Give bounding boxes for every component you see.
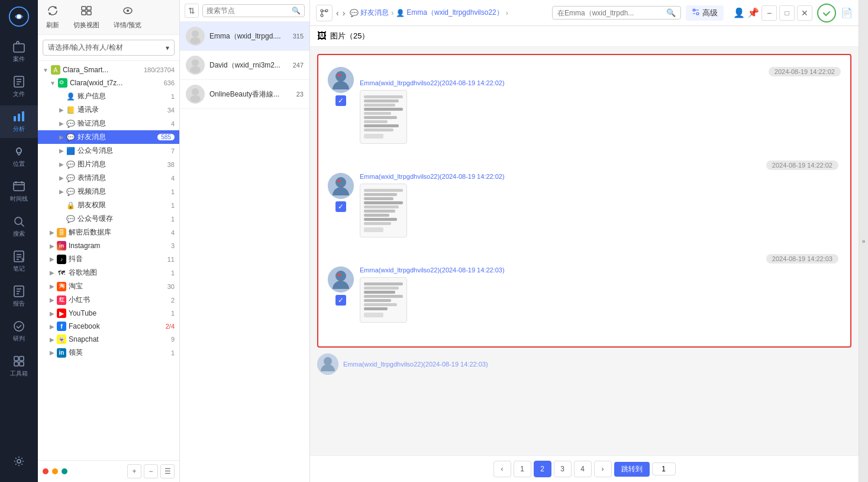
sidebar-item-cases[interactable]: 案件 — [0, 36, 38, 68]
tree-expand-icon: ▶ — [59, 134, 64, 140]
sidebar-item-judge[interactable]: 研判 — [0, 315, 38, 348]
sender-2[interactable]: Emma(wxid_ltrpgdhvilso22)(2024-08-19 14:… — [360, 173, 841, 180]
sender-1[interactable]: Emma(wxid_ltrpgdhvilso22)(2024-08-19 14:… — [360, 79, 841, 86]
tree-label: YouTube — [69, 309, 96, 317]
switch-view-button[interactable]: 切换视图 — [70, 2, 103, 32]
detail-preview-label: 详情/预览 — [114, 21, 141, 30]
breadcrumb-friend-msg[interactable]: 💬 好友消息 — [350, 8, 389, 18]
detail-preview-button[interactable]: 详情/预览 — [110, 2, 145, 32]
source-control-icon[interactable] — [316, 5, 333, 21]
dot-teal — [62, 468, 67, 474]
tree-expand-icon: ▶ — [59, 161, 64, 168]
tree-expand-icon: ▼ — [50, 80, 56, 86]
tree-item-decrypted-db[interactable]: ▶ 🗄 解密后数据库 4 — [38, 226, 179, 239]
svg-point-45 — [335, 271, 346, 281]
tree-count-badge: 585 — [157, 134, 175, 140]
tree-item-linkedin[interactable]: ▶ in 领英 1 — [38, 346, 179, 359]
partial-sender[interactable]: Emma(wxid_ltrpgdhvilso22)(2024-08-19 14:… — [343, 361, 488, 368]
sidebar-item-notes[interactable]: 笔记 — [0, 245, 38, 278]
wechat-icon — [58, 78, 67, 88]
profile-icon[interactable]: 👤 — [733, 7, 745, 18]
contact-item-emma[interactable]: Emma（wxid_ltrpgd.... 315 — [180, 22, 309, 51]
checkbox-2[interactable]: ✓ — [335, 201, 346, 212]
sidebar-item-tools[interactable]: 工具箱 — [0, 350, 38, 383]
page-3-button[interactable]: 3 — [554, 461, 572, 477]
nav-next-button[interactable]: › — [343, 8, 346, 18]
page-2-button[interactable]: 2 — [534, 461, 551, 477]
tree-item-taobao[interactable]: ▶ 淘 淘宝 30 — [38, 279, 179, 293]
contacts-icon: 📒 — [66, 106, 75, 114]
timestamp-3: 2024-08-19 14:22:03 — [766, 254, 838, 264]
refresh-icon — [47, 5, 59, 20]
prev-page-button[interactable]: ‹ — [493, 461, 511, 477]
tree-item-public-cache[interactable]: ▶ 💬 公众号缓存 1 — [38, 212, 179, 226]
right-panel-toggle[interactable]: » — [859, 0, 868, 482]
file-icon[interactable]: 📄 — [841, 7, 853, 18]
sidebar-item-report[interactable]: 报告 — [0, 280, 38, 313]
tree-item-xiaohongshu[interactable]: ▶ 红 小红书 2 — [38, 293, 179, 307]
tree-item-facebook[interactable]: ▶ f Facebook 2/4 — [38, 320, 179, 333]
svg-rect-18 — [82, 7, 86, 10]
contact-item-onlinebeauty[interactable]: OnlineBeauty香港線... 23 — [180, 80, 309, 109]
breadcrumb-current[interactable]: 👤 Emma（wxid_ltrpgdhvilso22） — [396, 8, 503, 18]
tree-item-public-msg[interactable]: ▶ 🟦 公众号消息 7 — [38, 144, 179, 158]
maximize-button[interactable]: □ — [779, 5, 795, 21]
tree-item-friend-perm[interactable]: ▶ 🔒 朋友权限 1 — [38, 198, 179, 212]
sidebar-item-analysis[interactable]: 分析 — [0, 105, 38, 138]
tree-item-instagram[interactable]: ▶ in Instagram 3 — [38, 239, 179, 252]
image-message-3: 2024-08-19 14:22:03 — [325, 254, 843, 327]
tree-item-video-msg[interactable]: ▶ 💬 视频消息 1 — [38, 185, 179, 198]
tree-item-friend-msg[interactable]: ▶ 💬 好友消息 585 — [38, 130, 179, 144]
tree-item-youtube[interactable]: ▶ ▶ YouTube 1 — [38, 307, 179, 320]
avatar-check-1: ✓ — [328, 67, 354, 106]
sidebar-item-search[interactable]: 搜索 — [0, 210, 38, 243]
tree-item-contacts[interactable]: ▶ 📒 通讯录 34 — [38, 103, 179, 117]
contact-item-david[interactable]: David（wxid_rni3m2... 247 — [180, 51, 309, 80]
jump-input[interactable] — [652, 462, 676, 475]
node-search-input[interactable] — [206, 7, 292, 15]
user-avatar-1 — [328, 67, 354, 93]
checkbox-1[interactable]: ✓ — [335, 95, 346, 106]
sidebar-label-location: 位置 — [13, 160, 25, 168]
tree-count: 2/4 — [166, 323, 175, 330]
checkbox-3[interactable]: ✓ — [335, 295, 346, 306]
tree-label: 视频消息 — [78, 187, 106, 197]
main-search-box[interactable]: 🔍 — [552, 6, 681, 20]
next-page-button[interactable]: › — [594, 461, 612, 477]
nav-prev-button[interactable]: ‹ — [336, 8, 339, 18]
jump-button[interactable]: 跳转到 — [614, 462, 650, 477]
add-button[interactable]: + — [127, 464, 141, 478]
tree-item-tiktok[interactable]: ▶ ♪ 抖音 11 — [38, 252, 179, 266]
user-breadcrumb-icon: 👤 — [396, 9, 405, 17]
tree-item-clara-wxid[interactable]: ▼ Clara(wxid_t7z... 636 — [38, 76, 179, 89]
tree-item-verify-msg[interactable]: ▶ 💬 验证消息 4 — [38, 117, 179, 130]
sender-3[interactable]: Emma(wxid_ltrpgdhvilso22)(2024-08-19 14:… — [360, 266, 841, 274]
list-toggle-button[interactable]: ☰ — [160, 464, 175, 478]
minus-button[interactable]: − — [144, 464, 158, 478]
node-search-box[interactable]: 🔍 — [202, 4, 305, 17]
image-thumb-1 — [360, 90, 407, 144]
tree-item-snapchat[interactable]: ▶ 👻 Snapchat 9 — [38, 333, 179, 346]
sidebar-item-files[interactable]: 文件 — [0, 70, 38, 103]
sidebar-item-timeline[interactable]: 时间线 — [0, 175, 38, 208]
maps-icon: 🗺 — [57, 268, 66, 278]
pin-icon[interactable]: 📌 — [747, 7, 759, 18]
tree-item-account-info[interactable]: ▶ 👤 账户信息 1 — [38, 89, 179, 103]
tree-item-image-msg[interactable]: ▶ 💬 图片消息 38 — [38, 158, 179, 171]
tree-item-emoji-msg[interactable]: ▶ 💬 表情消息 4 — [38, 171, 179, 185]
tree-item-maps[interactable]: ▶ 🗺 谷歌地图 1 — [38, 266, 179, 279]
main-search-input[interactable] — [557, 9, 664, 17]
case-selector[interactable]: 请选择/输入持有人/检材 ▾ — [43, 40, 175, 56]
page-4-button[interactable]: 4 — [574, 461, 592, 477]
close-button[interactable]: ✕ — [797, 5, 812, 21]
sidebar-item-location[interactable]: 位置 — [0, 140, 38, 173]
tree-item-clara-smart[interactable]: ▼ A Clara_Smart... 180/23704 — [38, 63, 179, 76]
advanced-button[interactable]: 高级 — [686, 5, 724, 21]
tree-expand-icon: ▶ — [59, 147, 64, 154]
tree-label: Facebook — [69, 322, 100, 330]
page-1-button[interactable]: 1 — [514, 461, 531, 477]
sort-button[interactable]: ⇅ — [185, 4, 199, 18]
minimize-button[interactable]: − — [761, 5, 777, 21]
refresh-button[interactable]: 刷新 — [43, 2, 63, 32]
sidebar-settings[interactable] — [10, 450, 28, 473]
